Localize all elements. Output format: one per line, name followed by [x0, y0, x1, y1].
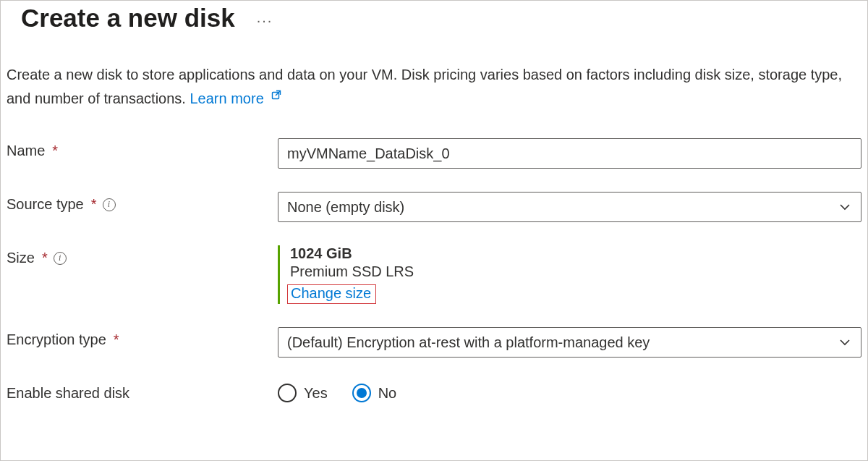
info-icon[interactable]: i	[103, 198, 116, 211]
size-label-text: Size	[7, 250, 35, 266]
info-icon[interactable]: i	[54, 252, 67, 265]
required-asterisk: *	[42, 250, 48, 266]
encryption-type-select[interactable]: (Default) Encryption at-rest with a plat…	[278, 327, 861, 358]
size-value: 1024 GiB	[290, 245, 861, 262]
required-asterisk: *	[114, 331, 119, 348]
shared-disk-radio-group: Yes No	[278, 381, 861, 402]
change-size-link[interactable]: Change size	[287, 284, 376, 304]
shared-disk-label-text: Enable shared disk	[7, 385, 129, 402]
radio-icon	[278, 384, 297, 402]
encryption-type-value: (Default) Encryption at-rest with a plat…	[287, 334, 650, 351]
source-type-label-text: Source type	[7, 196, 84, 213]
radio-yes-label: Yes	[304, 385, 328, 402]
name-input[interactable]	[278, 138, 861, 169]
row-name: Name *	[7, 138, 861, 169]
header: Create a new disk ···	[7, 1, 861, 33]
radio-icon	[352, 384, 371, 402]
label-source-type: Source type * i	[7, 192, 278, 213]
description-text: Create a new disk to store applications …	[7, 67, 842, 106]
row-shared-disk: Enable shared disk Yes No	[7, 381, 861, 402]
required-asterisk: *	[52, 143, 58, 159]
description: Create a new disk to store applications …	[7, 64, 861, 109]
source-type-select[interactable]: None (empty disk)	[278, 192, 861, 222]
more-menu-icon[interactable]: ···	[257, 12, 273, 29]
radio-no-label: No	[378, 385, 397, 402]
row-encryption-type: Encryption type * (Default) Encryption a…	[7, 327, 861, 358]
row-size: Size * i 1024 GiB Premium SSD LRS Change…	[7, 245, 861, 304]
chevron-down-icon	[838, 335, 852, 350]
learn-more-label: Learn more	[190, 90, 263, 106]
page-title: Create a new disk	[21, 4, 235, 33]
external-link-icon	[271, 85, 282, 106]
shared-disk-yes[interactable]: Yes	[278, 384, 328, 402]
label-size: Size * i	[7, 245, 278, 266]
size-description: Premium SSD LRS	[290, 263, 861, 280]
encryption-label-text: Encryption type	[7, 331, 106, 348]
create-disk-form: Create a new disk ··· Create a new disk …	[1, 1, 867, 428]
label-encryption-type: Encryption type *	[7, 327, 278, 348]
label-shared-disk: Enable shared disk	[7, 381, 278, 402]
source-type-value: None (empty disk)	[287, 199, 404, 216]
name-label-text: Name	[7, 143, 45, 159]
label-name: Name *	[7, 138, 278, 159]
chevron-down-icon	[838, 200, 852, 214]
row-source-type: Source type * i None (empty disk)	[7, 192, 861, 222]
learn-more-link[interactable]: Learn more	[190, 90, 282, 106]
size-summary: 1024 GiB Premium SSD LRS Change size	[278, 245, 861, 304]
shared-disk-no[interactable]: No	[352, 384, 397, 402]
required-asterisk: *	[91, 196, 97, 213]
